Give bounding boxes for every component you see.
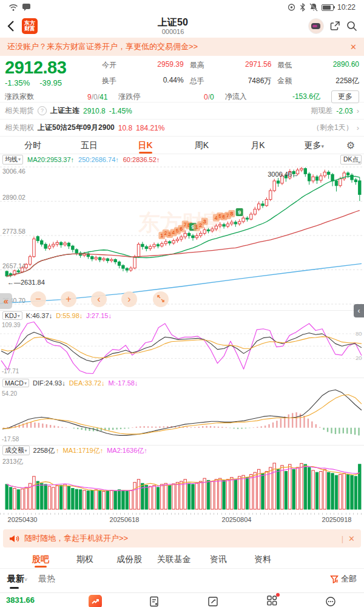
status-bar: 10:22 <box>0 0 364 15</box>
options-name: 上证50沽25年09月2900 <box>38 123 115 133</box>
back-icon[interactable] <box>6 19 17 33</box>
close-icon[interactable]: ✕ <box>348 534 355 543</box>
zoom-in-button[interactable]: + <box>61 291 76 307</box>
limit-value: 0/0 <box>140 93 224 101</box>
watchlist-icon <box>325 595 337 607</box>
banner-text[interactable]: 还没账户？来东方财富证券开户，享更低的交易佣金>> <box>7 41 350 52</box>
close-icon[interactable]: ✕ <box>350 42 357 52</box>
futures-price: 2910.8 <box>83 107 106 115</box>
nav-functions[interactable]: 功能 <box>243 594 302 607</box>
nav-post[interactable]: 发帖 <box>183 595 242 607</box>
tab-related-funds[interactable]: 关联基金 <box>152 550 196 568</box>
net-inflow-label: 净流入 <box>225 92 247 102</box>
kdj-panel[interactable]: KDJ▾ K:46.37↓ D:55.98↓ J:27.15↓ 8020109.… <box>0 310 364 378</box>
tab-profile[interactable]: 资料 <box>241 550 285 568</box>
futures-label: 相关期货 <box>5 106 34 116</box>
tab-news[interactable]: 资讯 <box>196 550 240 568</box>
index-quote-block[interactable]: 3831.66 上证-1.15% <box>4 596 66 607</box>
tab-options[interactable]: 期权 <box>62 550 107 568</box>
svg-text:2890.02: 2890.02 <box>2 194 25 201</box>
svg-text:3006.46→: 3006.46→ <box>268 171 298 178</box>
nav-options[interactable]: 期权 <box>124 595 183 607</box>
chevron-right-icon: › <box>357 106 359 115</box>
advancers-label: 涨跌家数 <box>5 92 34 102</box>
tab-monthly-k[interactable]: 月K <box>230 137 286 154</box>
tab-more[interactable]: 更多▾ <box>286 137 342 154</box>
ma-info-bar: 均线▾ MA20:2953.37↑ 250:2686.74↑ 60:2836.5… <box>0 154 364 164</box>
macd-canvas[interactable]: 54.20-17.58 <box>0 388 364 443</box>
nav-buy-index[interactable]: 买指数 <box>66 595 124 607</box>
svg-text:9: 9 <box>238 209 241 215</box>
amount-value: 2258亿 <box>335 76 359 86</box>
ad-text[interactable]: 随时随地，拿起手机就开户>> <box>24 533 337 544</box>
tab-weekly-k[interactable]: 周K <box>174 137 230 154</box>
ad-banner[interactable]: 随时随地，拿起手机就开户>> | ✕ <box>3 529 361 548</box>
nav-add-watchlist[interactable]: 设自选 <box>302 595 360 607</box>
sort-hot[interactable]: 最热 <box>38 574 55 585</box>
open-value: 2959.39 <box>157 60 183 70</box>
assistant-avatar[interactable] <box>308 18 324 34</box>
bluetooth-icon <box>300 3 306 12</box>
ma-dropdown[interactable]: 均线▾ <box>2 155 23 164</box>
low-value: 2890.60 <box>333 60 359 70</box>
kdj-j-value: J:27.15↓ <box>86 312 112 319</box>
kdj-canvas[interactable]: 8020109.39-17.71 <box>0 320 364 375</box>
advancers-value: 9/0/41 <box>34 93 118 101</box>
remaining-days: （剩余1天） <box>312 123 353 133</box>
gear-icon[interactable]: ⚙ <box>342 140 359 151</box>
date-label: 20250804 <box>214 516 259 523</box>
change-value: -39.95 <box>39 78 62 87</box>
eye-comfort-icon <box>287 4 296 11</box>
tab-constituents[interactable]: 成份股 <box>107 550 152 568</box>
share-icon[interactable] <box>329 20 341 32</box>
open-account-banner[interactable]: 还没账户？来东方财富证券开户，享更低的交易佣金>> ✕ <box>0 38 364 56</box>
fullscreen-button[interactable] <box>153 291 169 307</box>
options-percent: 184.21% <box>136 124 164 132</box>
macd-dropdown[interactable]: MACD▾ <box>2 379 29 387</box>
pan-right-button[interactable]: › <box>121 291 137 307</box>
volume-ma2: MA2:1636亿↑ <box>107 446 147 455</box>
volume-label: 总手 <box>190 76 204 86</box>
expand-icon <box>157 295 164 302</box>
tab-daily-k[interactable]: 日K <box>117 137 174 154</box>
svg-text:80: 80 <box>356 330 362 337</box>
kdj-dropdown[interactable]: KDJ▾ <box>2 311 22 320</box>
search-icon[interactable] <box>346 20 358 32</box>
collapse-left-handle[interactable]: « <box>0 293 12 309</box>
macd-m-value: M:-17.58↓ <box>108 379 138 387</box>
quote-panel: 2912.83 -1.35% -39.95 今开2959.39 最高2971.5… <box>0 56 364 102</box>
related-options-row[interactable]: 相关期权 上证50沽25年09月2900 10.8 184.21% （剩余1天）… <box>0 119 364 136</box>
status-time: 10:22 <box>337 3 356 12</box>
more-button[interactable]: 更多 <box>331 90 359 103</box>
chevron-right-icon: › <box>357 123 359 132</box>
tab-5day[interactable]: 五日 <box>61 137 118 154</box>
filter-all-button[interactable]: 全部 <box>330 574 357 585</box>
dk-point-button[interactable]: DK点 <box>340 155 362 164</box>
candlestick-canvas[interactable]: 3006.462890.022773.582657.142540.70东方财富1… <box>0 164 364 310</box>
high-label: 最高 <box>190 60 204 70</box>
volume-canvas[interactable]: 2313亿 <box>0 455 364 510</box>
app-logo[interactable]: 东方 财富 <box>22 18 38 34</box>
price-chart[interactable]: 3006.462890.022773.582657.142540.70东方财富1… <box>0 164 364 310</box>
macd-dea-value: DEA:33.72↓ <box>69 379 105 387</box>
sort-latest[interactable]: 最新˅ <box>7 574 27 585</box>
volume-ma1: MA1:1719亿↑ <box>63 446 104 455</box>
volume-dropdown[interactable]: 成交额▾ <box>2 446 30 455</box>
svg-text:-17.58: -17.58 <box>2 436 19 443</box>
panel-collapse-button[interactable]: ‹ <box>354 304 364 317</box>
related-futures-row[interactable]: 相关期货 ? 上证主连 2910.8 -1.45% 期现差 -2.03 › <box>0 102 364 119</box>
volume-panel[interactable]: 成交额▾ 2258亿 ↑ MA1:1719亿↑ MA2:1636亿↑ 2313亿… <box>0 445 364 527</box>
pan-left-button[interactable]: ‹ <box>91 291 107 307</box>
kdj-d-value: D:55.98↓ <box>56 312 83 319</box>
chat-icon <box>22 4 31 12</box>
x-axis-dates: 20250430 20250618 20250804 20250918 <box>0 515 364 527</box>
svg-text:3: 3 <box>203 219 206 225</box>
tab-minute[interactable]: 分时 <box>5 137 61 154</box>
macd-panel[interactable]: MACD▾ DIF:24.93↓ DEA:33.72↓ M:-17.58↓ 54… <box>0 378 364 445</box>
post-filter-row: 最新˅ 最热 全部 <box>0 569 364 589</box>
help-icon[interactable]: ? <box>38 106 47 115</box>
tab-guba[interactable]: 股吧 <box>18 550 62 568</box>
buy-index-icon <box>89 595 102 607</box>
ma250-value: 250:2686.74↑ <box>78 156 119 163</box>
zoom-out-button[interactable]: − <box>30 291 46 307</box>
